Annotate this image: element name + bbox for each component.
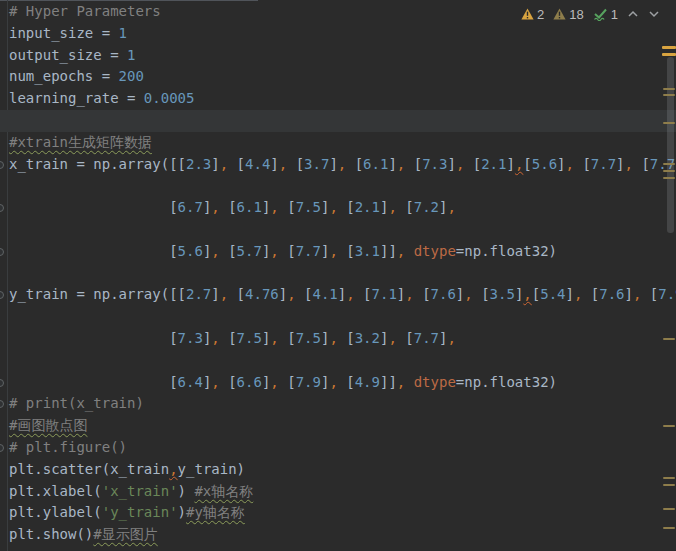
code-token-p: ] (625, 286, 633, 302)
stripe-weak-warning-mark[interactable] (663, 484, 675, 486)
code-token-c: , (211, 243, 228, 259)
code-token-p: [ (532, 286, 540, 302)
code-line[interactable]: [6.7], [6.1], [7.5], [2.1], [7.2], (0, 197, 676, 219)
code-token-n: 3.7 (304, 156, 329, 172)
inspections-widget: 2 18 1 (521, 5, 660, 23)
code-token-n: 4.4 (245, 156, 270, 172)
code-token-p: [ (9, 243, 178, 259)
code-token-p: [ (591, 286, 599, 302)
code-line[interactable]: learning_rate = 0.0005 (0, 88, 676, 110)
code-token-p: [ (228, 199, 236, 215)
code-line[interactable]: num_epochs = 200 (0, 66, 676, 88)
stripe-weak-warning-mark[interactable] (663, 508, 675, 510)
code-token-c: , (397, 156, 414, 172)
stripe-weak-warning-mark[interactable] (663, 177, 675, 179)
code-line[interactable]: plt.show()#显示图片 (0, 524, 676, 546)
code-token-p: y_train = np.array([ (9, 286, 178, 302)
code-line[interactable]: [5.6], [5.7], [7.7], [3.1]], dtype=np.fl… (0, 241, 676, 263)
code-line[interactable] (0, 306, 676, 328)
code-token-c: , (220, 286, 237, 302)
weak-warnings-item[interactable]: 18 (553, 7, 583, 22)
stripe-weak-warning-mark[interactable] (663, 425, 675, 427)
code-line[interactable] (0, 110, 676, 132)
code-token-p: [ (237, 286, 245, 302)
code-line[interactable]: plt.ylabel('y_train')#y轴名称 (0, 502, 676, 524)
code-token-p: ] (211, 156, 219, 172)
code-line[interactable] (0, 350, 676, 372)
stripe-warning-mark[interactable] (662, 53, 676, 56)
code-line[interactable]: [7.3], [7.5], [7.5], [3.2], [7.7], (0, 328, 676, 350)
code-token-p: y_train) (178, 461, 245, 477)
stripe-weak-warning-mark[interactable] (663, 163, 675, 165)
editor-code-area[interactable]: # Hyper Parametersinput_size = 1output_s… (0, 1, 676, 551)
code-token-p: [ (405, 199, 413, 215)
code-token-p: [ (9, 330, 178, 346)
code-token-p: plt.scatter(x_train (9, 461, 169, 477)
code-token-p: ] (329, 156, 337, 172)
code-line[interactable]: x_train = np.array([[2.3], [4.4], [3.7],… (0, 154, 676, 176)
code-token-p: ] (616, 156, 624, 172)
code-token-p: [ (237, 156, 245, 172)
code-token-c: , (329, 330, 346, 346)
code-token-n: 2.3 (186, 156, 211, 172)
warning-icon (521, 8, 534, 20)
stripe-weak-warning-mark[interactable] (663, 527, 675, 529)
code-token-c: , (346, 286, 363, 302)
editor-scrollbar[interactable] (662, 0, 676, 551)
code-token-c: , (447, 199, 455, 215)
code-line[interactable] (0, 175, 676, 197)
stripe-weak-warning-mark[interactable] (663, 122, 675, 124)
code-token-p: learning_rate = (9, 90, 144, 106)
next-problem-button[interactable] (648, 9, 660, 19)
typos-item[interactable]: 1 (593, 7, 618, 22)
code-token-c: , (405, 286, 422, 302)
scrollbar-thumb[interactable] (667, 57, 674, 233)
code-token-p: [ (641, 156, 649, 172)
code-token-p: [ (422, 286, 430, 302)
code-line[interactable]: # plt.figure() (0, 437, 676, 459)
code-token-kw: dtype (414, 374, 456, 390)
code-token-c: , (211, 199, 228, 215)
stripe-weak-warning-mark[interactable] (663, 88, 675, 90)
code-line[interactable]: # print(x_train) (0, 393, 676, 415)
code-token-n: 1 (119, 25, 127, 41)
code-token-p: ] (279, 286, 287, 302)
code-line[interactable]: y_train = np.array([[2.7], [4.76], [4.1]… (0, 284, 676, 306)
code-line[interactable]: output_size = 1 (0, 45, 676, 67)
code-token-n: 6.1 (237, 199, 262, 215)
code-line[interactable]: [6.4], [6.6], [7.9], [4.9]], dtype=np.fl… (0, 372, 676, 394)
code-token-n: 6.7 (178, 199, 203, 215)
code-token-p: [ (414, 156, 422, 172)
stripe-weak-warning-mark[interactable] (663, 94, 675, 96)
code-token-csq: , (523, 286, 531, 302)
code-token-cmw: #x轴名称 (194, 483, 253, 499)
typo-icon (593, 8, 608, 21)
code-token-cm: # plt.figure() (9, 439, 127, 455)
weak-warning-icon (553, 8, 566, 20)
code-line[interactable] (0, 219, 676, 241)
code-token-n: 3.5 (490, 286, 515, 302)
code-token-p: ] (338, 286, 346, 302)
stripe-warning-mark[interactable] (662, 46, 676, 49)
code-token-c: , (279, 156, 296, 172)
code-token-c: , (329, 199, 346, 215)
code-token-p: [ (9, 374, 178, 390)
stripe-weak-warning-mark[interactable] (663, 170, 675, 172)
strong-warnings-item[interactable]: 2 (521, 7, 544, 22)
code-token-n: 3.1 (355, 243, 380, 259)
previous-problem-button[interactable] (627, 9, 639, 19)
stripe-weak-warning-mark[interactable] (663, 477, 675, 479)
code-line[interactable]: #xtrain生成矩阵数据 (0, 132, 676, 154)
code-token-p: [ (523, 156, 531, 172)
code-token-cmw: #xtrain生成矩阵数据 (9, 134, 152, 150)
code-token-p: ] (447, 156, 455, 172)
code-token-n: 7.7 (296, 243, 321, 259)
code-line[interactable]: plt.xlabel('x_train') #x轴名称 (0, 481, 676, 503)
code-line[interactable]: #画图散点图 (0, 415, 676, 437)
code-token-p: =np.float32) (456, 374, 557, 390)
code-line[interactable] (0, 263, 676, 285)
code-token-c: , (287, 286, 304, 302)
stripe-weak-warning-mark[interactable] (663, 338, 675, 340)
code-line[interactable]: input_size = 1 (0, 23, 676, 45)
code-line[interactable]: plt.scatter(x_train,y_train) (0, 459, 676, 481)
